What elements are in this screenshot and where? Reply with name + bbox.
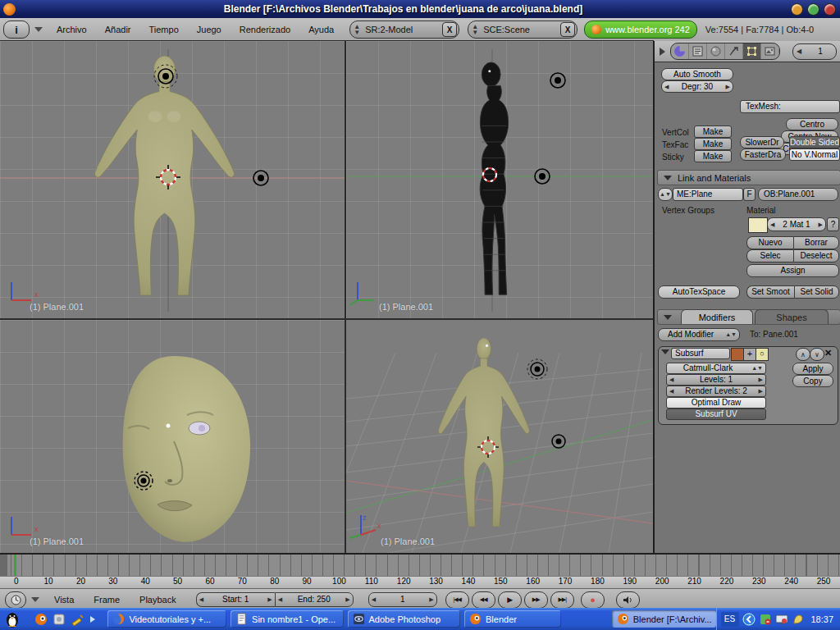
collapse-header-icon[interactable]	[34, 27, 43, 32]
screen-name[interactable]: SR:2-Model	[362, 25, 441, 34]
assign-button[interactable]: Assign	[746, 264, 839, 277]
render-levels-stepper[interactable]: ◀ Render Levels: 2 ▶	[666, 386, 766, 397]
timeline-menu-frame[interactable]: Frame	[94, 595, 120, 605]
viewport-side[interactable]: (1) Plane.001	[346, 41, 653, 318]
lamp-object[interactable]	[135, 472, 153, 490]
menu-tiempo[interactable]: Tiempo	[148, 25, 178, 34]
editing-context-icon[interactable]	[743, 43, 761, 59]
task-openoffice[interactable]: Sin nombre1 - Ope...	[231, 610, 343, 628]
viewport-persp-canvas[interactable]: z x	[346, 320, 653, 553]
mesh-name-field[interactable]: ME:Plane	[673, 188, 743, 201]
add-modifier-dropdown[interactable]: Add Modifier▲▼	[658, 328, 740, 341]
stepper-right-icon[interactable]: ▶	[756, 386, 765, 396]
tab-modifiers[interactable]: Modifiers	[681, 309, 753, 324]
no-vnormal-toggle[interactable]: No V.Normal	[789, 148, 840, 161]
viewport-front[interactable]: x (1) Plane.001	[0, 41, 345, 318]
start-frame-stepper[interactable]: ◀ Start: 1 ▶	[196, 592, 275, 607]
step-forward-button[interactable]: ▶▶	[524, 591, 548, 609]
fake-user-button[interactable]: F	[743, 188, 756, 201]
task-photoshop[interactable]: Adobe Photoshop	[348, 610, 460, 628]
link-materials-header[interactable]: Link and Materials	[657, 170, 840, 185]
double-sided-toggle[interactable]: Double Sided	[789, 136, 840, 148]
render-toggle-icon[interactable]	[731, 348, 744, 361]
blender-org-button[interactable]: www.blender.org 242	[584, 21, 697, 39]
window-titlebar[interactable]: Blender [F:\Archivos Blender\Trabajos en…	[0, 0, 840, 18]
mesh-browse-dropdown[interactable]: ▲▼	[658, 188, 673, 201]
stepper-right-icon[interactable]: ▶	[756, 375, 765, 385]
material-color-swatch[interactable]	[748, 217, 768, 233]
tray-status-icon[interactable]	[759, 613, 772, 626]
panel-open-icon[interactable]	[664, 176, 672, 180]
realtime-toggle-icon[interactable]: +	[743, 348, 756, 361]
centro-button[interactable]: Centro	[786, 118, 838, 130]
autotexspace-button[interactable]: AutoTexSpace	[658, 285, 740, 299]
set-smooth-button[interactable]: Set Smoot	[746, 285, 794, 299]
deselect-button[interactable]: Deselect	[793, 249, 839, 262]
apply-modifier-button[interactable]: Apply	[792, 363, 833, 375]
subsurf-uv-toggle[interactable]: Subsurf UV	[666, 409, 766, 420]
degr-stepper[interactable]: ◀ Degr: 30 ▶	[661, 80, 733, 93]
maximize-button[interactable]	[807, 3, 819, 16]
material-question-button[interactable]: ?	[827, 217, 839, 231]
modifier-expand-icon[interactable]	[661, 349, 669, 354]
lamp-object-selected[interactable]	[527, 359, 547, 379]
viewport-head[interactable]: x (1) Plane.001	[0, 320, 345, 553]
tray-messenger-icon[interactable]	[792, 613, 805, 626]
dropdown-icon[interactable]: ▲▼	[352, 24, 362, 35]
model-head[interactable]	[123, 356, 250, 542]
texmesh-field[interactable]: TexMesh:	[740, 100, 840, 113]
stepper-left-icon[interactable]: ◀	[662, 82, 671, 92]
stepper-left-icon[interactable]: ◀	[667, 386, 676, 396]
shading-context-icon[interactable]	[707, 43, 725, 59]
screen-unlink-button[interactable]: X	[442, 22, 457, 37]
jump-start-button[interactable]: |◀◀	[445, 591, 469, 609]
quicklaunch-app-icon[interactable]	[52, 612, 66, 627]
tray-monitor-icon[interactable]	[775, 613, 788, 626]
timeline-menu-playback[interactable]: Playback	[139, 595, 176, 605]
screen-selector[interactable]: ▲▼ SR:2-Model X	[349, 21, 459, 39]
make-sticky-button[interactable]: Make	[694, 150, 732, 162]
jump-end-button[interactable]: ▶▶|	[550, 591, 574, 609]
minimize-button[interactable]	[791, 3, 803, 16]
stepper-left-icon[interactable]: ◀	[768, 220, 777, 230]
modifier-move-down-button[interactable]: ∨	[810, 348, 824, 361]
stepper-left-icon[interactable]: ◀	[276, 595, 285, 605]
scene-unlink-button[interactable]: X	[560, 22, 575, 37]
language-indicator[interactable]: ES	[721, 612, 739, 627]
tab-shapes[interactable]: Shapes	[755, 309, 829, 324]
model-front[interactable]	[95, 56, 235, 295]
collapse-timeline-icon[interactable]	[31, 597, 39, 602]
scene-context-icon[interactable]	[761, 43, 779, 59]
step-back-button[interactable]: ◀◀	[472, 591, 495, 609]
end-frame-stepper[interactable]: ◀ End: 250 ▶	[275, 592, 354, 607]
lamp-object[interactable]	[552, 435, 565, 448]
timeline-ruler[interactable]	[0, 555, 840, 576]
stepper-left-icon[interactable]: ◀	[369, 595, 378, 605]
menu-archivo[interactable]: Archivo	[57, 25, 87, 34]
current-frame-stepper[interactable]: ◀ 1 ▶	[368, 592, 437, 607]
slowerdraw-button[interactable]: SlowerDr	[740, 136, 784, 148]
frame-counter-value[interactable]: 1	[805, 47, 836, 56]
stepper-left-icon[interactable]: ◀	[197, 595, 206, 605]
object-name-field[interactable]: OB:Plane.001	[758, 188, 838, 201]
viewport-perspective[interactable]: z x (1) Plane.001	[346, 320, 653, 553]
modifier-name-field[interactable]: Subsurf	[671, 348, 730, 359]
auto-smooth-button[interactable]: Auto Smooth	[661, 68, 733, 80]
task-blender[interactable]: Blender	[464, 610, 561, 628]
selec-button[interactable]: Selec	[746, 249, 793, 262]
stepper-left-icon[interactable]: ◀	[667, 375, 676, 385]
audio-mute-button[interactable]	[616, 591, 640, 609]
scene-name[interactable]: SCE:Scene	[480, 25, 559, 34]
frame-counter-field[interactable]: ◀ 1	[792, 43, 837, 60]
blender-app-icon[interactable]	[3, 3, 16, 16]
task-blender-active[interactable]: Blender [F:\Archiv...	[612, 610, 716, 628]
logic-context-icon[interactable]	[671, 43, 689, 59]
stepper-left-icon[interactable]: ◀	[793, 48, 805, 55]
menu-renderizado[interactable]: Renderizado	[240, 25, 290, 34]
stepper-right-icon[interactable]: ▶	[427, 595, 436, 605]
subdivision-type-dropdown[interactable]: Catmull-Clark▲▼	[666, 363, 766, 374]
quicklaunch-expand-icon[interactable]	[89, 612, 96, 627]
viewport-head-canvas[interactable]: x	[0, 320, 345, 553]
current-frame-marker[interactable]	[14, 555, 16, 576]
record-button[interactable]: ●	[581, 591, 605, 609]
